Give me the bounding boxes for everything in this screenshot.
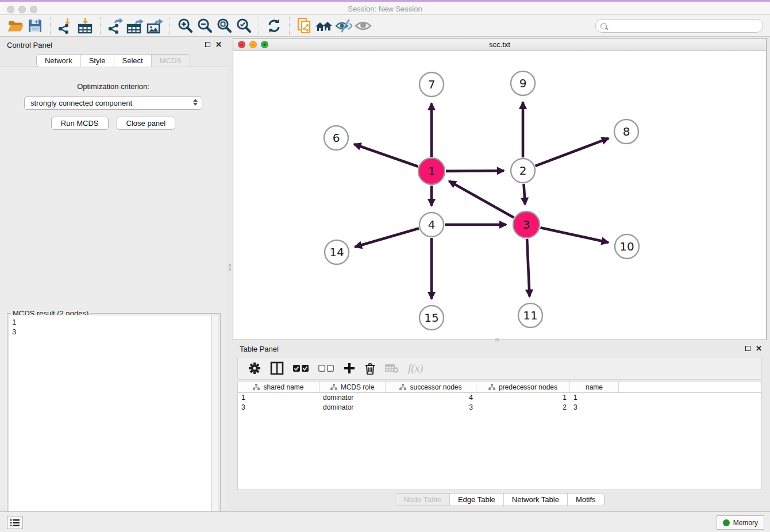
tab-network[interactable]: Network <box>37 55 80 67</box>
column-header-successor-nodes[interactable]: successor nodes <box>386 381 476 392</box>
table-cell[interactable]: 1 <box>476 393 570 403</box>
task-history-button[interactable] <box>7 516 23 529</box>
memory-label: Memory <box>733 519 758 527</box>
toolbar-separator <box>50 17 51 35</box>
deselect-all-checks-icon[interactable] <box>318 364 334 372</box>
criterion-dropdown[interactable]: strongly connected component <box>24 97 202 110</box>
tab-style[interactable]: Style <box>80 55 114 67</box>
close-table-panel-icon[interactable]: ✕ <box>756 345 762 352</box>
show-graphics-details-icon[interactable] <box>353 17 373 35</box>
network-canvas[interactable]: 7968124314101511 <box>233 51 766 340</box>
tab-select[interactable]: Select <box>114 55 151 67</box>
table-cell[interactable]: 3 <box>386 403 476 413</box>
node-label-15: 15 <box>424 311 438 325</box>
column-header-name[interactable]: name <box>570 381 619 392</box>
hide-graphics-details-icon[interactable] <box>334 17 353 35</box>
node-label-10: 10 <box>619 240 634 253</box>
save-session-icon[interactable] <box>25 17 45 35</box>
float-table-panel-icon[interactable] <box>745 346 750 351</box>
memory-status-icon <box>723 519 730 526</box>
toolbar-separator <box>259 17 259 35</box>
table-body: 1dominator4113dominator323 <box>238 393 761 413</box>
edge-2-8[interactable] <box>536 138 609 166</box>
select-all-checks-icon[interactable] <box>293 364 309 372</box>
edge-3-11[interactable] <box>527 239 529 296</box>
import-table-icon[interactable] <box>75 17 95 35</box>
close-panel-icon[interactable]: ✕ <box>215 41 222 48</box>
float-panel-icon[interactable] <box>205 42 210 47</box>
horizontal-splitter-handle[interactable] <box>495 338 499 341</box>
run-mcds-button[interactable]: Run MCDS <box>51 117 109 130</box>
column-header-MCDS-role[interactable]: MCDS role <box>319 381 386 392</box>
table-cell[interactable]: dominator <box>319 393 386 403</box>
zoom-in-icon[interactable] <box>175 17 195 35</box>
table-cell[interactable]: 1 <box>570 393 619 403</box>
clone-network-icon[interactable] <box>295 17 314 35</box>
table-cell[interactable]: 3 <box>570 403 619 413</box>
result-scrollbar[interactable] <box>211 315 219 530</box>
mcds-result-text[interactable]: 1 3 <box>9 315 211 530</box>
open-file-icon[interactable] <box>6 17 25 35</box>
vertical-splitter-handle[interactable] <box>228 264 231 273</box>
zoom-fit-icon[interactable] <box>214 17 234 35</box>
zoom-out-icon[interactable] <box>195 17 214 35</box>
column-header-shared-name[interactable]: shared name <box>238 381 319 392</box>
node-label-6: 6 <box>333 131 340 145</box>
delete-table-icon[interactable] <box>385 363 399 373</box>
node-label-14: 14 <box>329 245 344 259</box>
table-panel: Table Panel ✕ <box>233 342 767 510</box>
node-label-2: 2 <box>519 164 527 178</box>
edge-1-2[interactable] <box>446 171 504 171</box>
control-panel: Control Panel ✕ Network Style Select MCD… <box>0 38 226 510</box>
zoom-selected-icon[interactable] <box>234 17 253 35</box>
table-toolbar: f(x) <box>237 357 762 380</box>
column-header-predecessor-nodes[interactable]: predecessor nodes <box>476 381 570 392</box>
export-table-icon[interactable] <box>125 17 145 35</box>
export-network-icon[interactable] <box>106 17 125 35</box>
edge-4-14[interactable] <box>355 228 419 246</box>
toolbar-separator <box>100 17 101 35</box>
optimization-criterion-label: Optimization criterion: <box>0 82 226 91</box>
show-column-chooser-icon[interactable] <box>270 361 284 375</box>
status-bar: Memory <box>0 511 770 532</box>
column-settings-icon[interactable] <box>248 362 261 375</box>
tab-motifs[interactable]: Motifs <box>567 494 604 506</box>
app-title: Session: New Session <box>0 5 770 13</box>
tab-edge-table[interactable]: Edge Table <box>449 494 503 506</box>
control-panel-tabbar: Network Style Select MCDS <box>36 54 190 67</box>
close-panel-button[interactable]: Close panel <box>117 117 176 130</box>
tab-network-table[interactable]: Network Table <box>503 494 567 506</box>
table-cell[interactable]: dominator <box>319 403 386 413</box>
function-builder-icon: f(x) <box>408 362 423 375</box>
table-cell[interactable]: 3 <box>238 403 319 413</box>
network-window-title: scc.txt <box>233 40 766 49</box>
node-table: shared nameMCDS rolesuccessor nodesprede… <box>237 381 762 490</box>
table-panel-title: Table Panel <box>240 345 279 353</box>
edge-3-10[interactable] <box>540 228 608 242</box>
table-cell[interactable]: 4 <box>386 393 476 403</box>
main-toolbar <box>0 15 770 37</box>
search-input[interactable] <box>610 20 763 32</box>
import-network-icon[interactable] <box>56 17 75 35</box>
table-cell[interactable]: 1 <box>238 393 319 403</box>
export-image-icon[interactable] <box>145 17 164 35</box>
delete-column-icon[interactable] <box>364 362 376 375</box>
node-label-9: 9 <box>519 76 527 90</box>
tab-mcds[interactable]: MCDS <box>151 55 190 67</box>
memory-button[interactable]: Memory <box>717 515 764 530</box>
titlebar: Session: New Session <box>0 0 770 15</box>
tab-node-table[interactable]: Node Table <box>395 494 449 506</box>
add-column-icon[interactable] <box>344 363 355 374</box>
edge-1-6[interactable] <box>354 144 418 167</box>
toolbar-separator <box>289 17 290 35</box>
table-cell[interactable]: 2 <box>476 403 570 413</box>
node-label-4: 4 <box>428 218 436 232</box>
refresh-icon[interactable] <box>264 17 284 35</box>
genemania-icon[interactable] <box>314 17 334 35</box>
dropdown-stepper-icon <box>193 99 198 106</box>
search-field[interactable] <box>595 19 763 33</box>
table-header-row: shared nameMCDS rolesuccessor nodesprede… <box>238 381 761 393</box>
network-window-titlebar[interactable]: × − + scc.txt <box>233 38 766 51</box>
edge-2-3[interactable] <box>523 184 525 205</box>
edge-3-1[interactable] <box>449 181 514 218</box>
